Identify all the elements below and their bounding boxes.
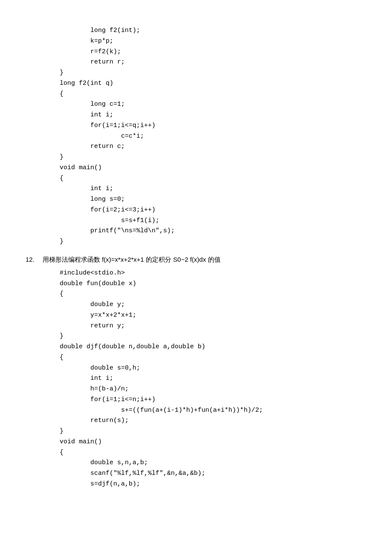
- code-line: scanf("%lf,%lf,%lf",&n,&a,&b);: [60, 468, 366, 479]
- code-line: long f2(int);: [60, 26, 366, 36]
- code-line: for(i=1;i<=q;i++): [60, 121, 366, 131]
- problem-12-header: 12. 用梯形法编程求函数 f(x)=x*x+2*x+1 的定积分 S0~2 f…: [26, 256, 366, 264]
- problem-12-section: 12. 用梯形法编程求函数 f(x)=x*x+2*x+1 的定积分 S0~2 f…: [26, 256, 366, 490]
- code-line: {: [60, 353, 366, 363]
- problem-number: 12.: [26, 256, 43, 263]
- code-line: for(i=1;i<=n;i++): [60, 395, 366, 405]
- code-line: long c=1;: [60, 99, 366, 110]
- code-line: return c;: [60, 142, 366, 152]
- code-line: k=p*p;: [60, 36, 366, 47]
- code-line: c=c*i;: [60, 131, 366, 142]
- code-line: double djf(double n,double a,double b): [60, 342, 366, 353]
- code-line: h=(b-a)/n;: [60, 384, 366, 395]
- code-line: void main(): [60, 437, 366, 448]
- code-line: return y;: [60, 321, 366, 332]
- code-line: double s,n,a,b;: [60, 458, 366, 468]
- code-line: for(i=2;i<=3;i++): [60, 205, 366, 216]
- code-line: int i;: [60, 184, 366, 194]
- problem-12-code: #include<stdio.h> double fun(double x) {…: [60, 268, 366, 490]
- continuation-section: long f2(int); k=p*p; r=f2(k); return r; …: [26, 26, 366, 247]
- code-line: y=x*x+2*x+1;: [60, 310, 366, 321]
- code-line: double s=0,h;: [60, 363, 366, 374]
- code-line: }: [60, 68, 366, 78]
- code-line: }: [60, 331, 366, 342]
- code-line: {: [60, 289, 366, 300]
- page-content: long f2(int); k=p*p; r=f2(k); return r; …: [26, 26, 366, 490]
- code-line: s=djf(n,a,b);: [60, 479, 366, 490]
- continuation-code: long f2(int); k=p*p; r=f2(k); return r; …: [60, 26, 366, 247]
- code-line: long s=0;: [60, 194, 366, 205]
- code-line: long f2(int q): [60, 78, 366, 89]
- code-line: double fun(double x): [60, 279, 366, 289]
- code-line: int i;: [60, 373, 366, 384]
- code-line: s=s+f1(i);: [60, 216, 366, 226]
- code-line: void main(): [60, 163, 366, 173]
- code-line: s+=((fun(a+(i-1)*h)+fun(a+i*h))*h)/2;: [60, 405, 366, 416]
- problem-description: 用梯形法编程求函数 f(x)=x*x+2*x+1 的定积分 S0~2 f(x)d…: [43, 256, 221, 264]
- code-line: }: [60, 152, 366, 163]
- code-line: #include<stdio.h>: [60, 268, 366, 279]
- code-line: double y;: [60, 300, 366, 310]
- code-line: printf("\ns=%ld\n",s);: [60, 226, 366, 237]
- code-line: {: [60, 173, 366, 184]
- code-line: {: [60, 89, 366, 100]
- code-line: {: [60, 448, 366, 458]
- code-line: return r;: [60, 57, 366, 68]
- code-line: }: [60, 426, 366, 437]
- code-line: int i;: [60, 110, 366, 121]
- code-line: r=f2(k);: [60, 47, 366, 58]
- code-line: return(s);: [60, 416, 366, 426]
- code-line: }: [60, 237, 366, 247]
